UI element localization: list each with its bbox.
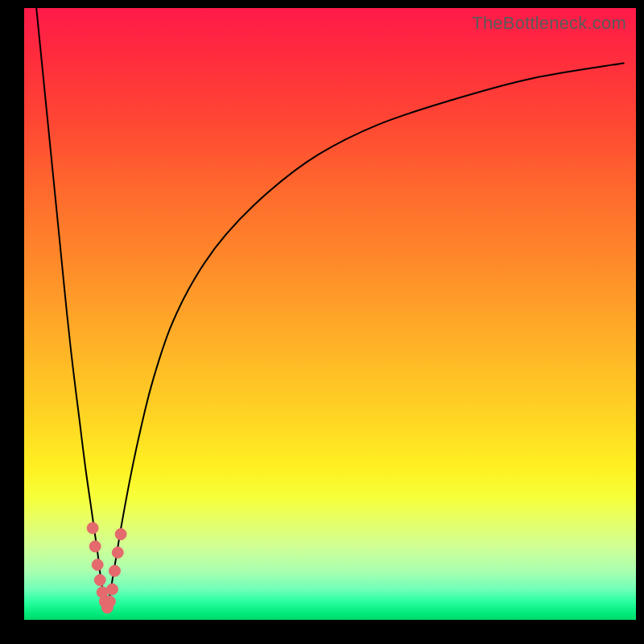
chart-frame: TheBottleneck.com: [0, 0, 644, 644]
curve-right-branch: [107, 63, 624, 610]
highlight-marker: [87, 522, 98, 534]
highlight-markers: [87, 522, 126, 613]
highlight-marker: [112, 547, 123, 558]
chart-svg: [24, 8, 636, 620]
chart-plot-area: TheBottleneck.com: [24, 8, 636, 620]
highlight-marker: [106, 584, 118, 595]
highlight-marker: [94, 575, 105, 586]
highlight-marker: [115, 529, 126, 540]
highlight-marker: [109, 565, 120, 576]
curve-left-branch: [36, 8, 106, 611]
highlight-marker: [92, 559, 103, 571]
highlight-marker: [89, 541, 101, 552]
highlight-marker: [104, 596, 115, 607]
